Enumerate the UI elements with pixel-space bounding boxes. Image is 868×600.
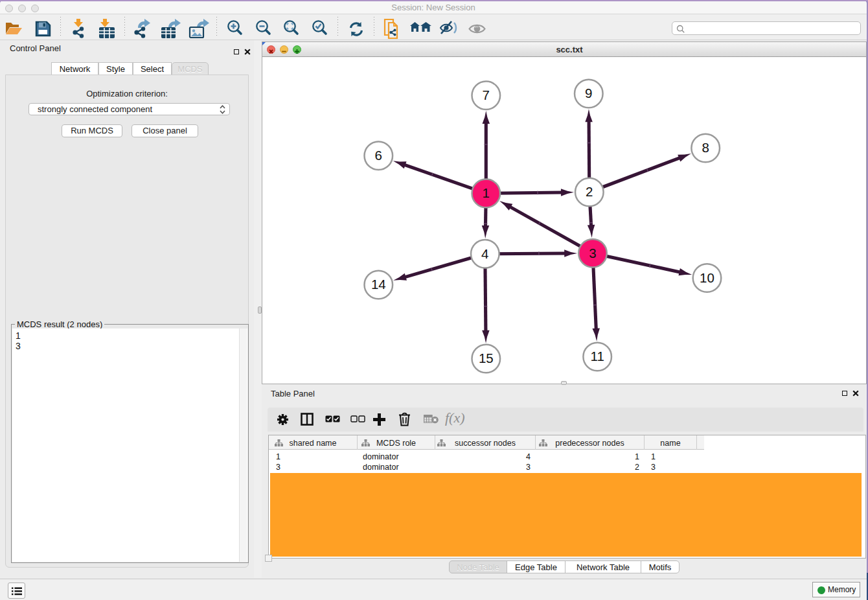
svg-text:8: 8 [702,140,709,155]
svg-text:14: 14 [371,277,386,292]
svg-text:2: 2 [586,184,593,199]
svg-text:15: 15 [479,351,494,365]
svg-text:1: 1 [483,185,490,200]
svg-text:9: 9 [585,86,592,100]
svg-text:7: 7 [483,87,490,102]
svg-text:10: 10 [700,270,714,285]
svg-text:11: 11 [591,349,604,363]
svg-text:4: 4 [481,246,488,261]
svg-text:3: 3 [589,246,596,260]
svg-text:6: 6 [375,148,382,163]
